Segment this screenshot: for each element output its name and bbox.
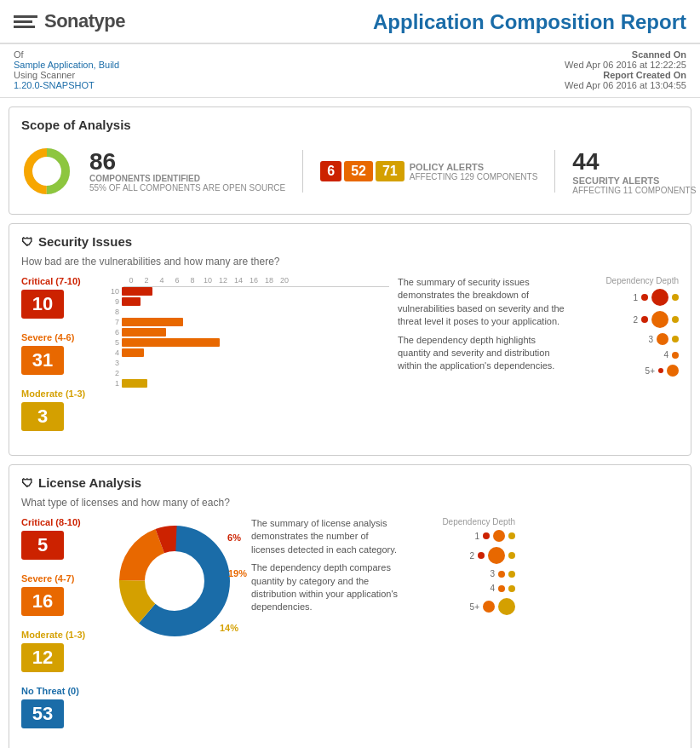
security-count: 44 (572, 148, 696, 175)
severe-badge: 31 (21, 346, 64, 375)
policy-badge-moderate: 71 (376, 161, 405, 181)
created-date-line: Report Created On Wed Apr 06 2016 at 13:… (565, 70, 686, 90)
header: Sonatype Application Composition Report (0, 0, 700, 44)
policy-badge-severe: 52 (344, 161, 373, 181)
license-moderate-badge: 12 (21, 643, 64, 672)
logo-text: Sonatype (44, 10, 125, 32)
dot-yellow-small-l2 (508, 552, 515, 559)
scope-title: Scope of Analysis (21, 118, 679, 132)
dep-row-5: 5+ (577, 365, 679, 377)
components-sublabel: 55% OF ALL COMPONENTS ARE OPEN SOURCE (89, 183, 285, 193)
lic-dep-row-4: 4 (413, 584, 515, 593)
policy-badges: 6 52 71 (320, 161, 405, 181)
dot-orange-med-l5 (483, 601, 495, 613)
policy-sublabel: AFFECTING 129 COMPONENTS (410, 172, 538, 181)
donut-chart (21, 146, 72, 197)
components-info: 86 COMPONENTS IDENTIFIED 55% OF ALL COMP… (89, 150, 285, 193)
dot-yellow-small-1 (672, 294, 679, 301)
meta-left: Of Sample Application, Build Using Scann… (14, 49, 119, 90)
license-labels: Critical (8-10) 5 Severe (4-7) 16 Modera… (21, 517, 98, 742)
license-description: The summary of license analysis demonstr… (251, 517, 405, 614)
security-alerts-scope: 44 SECURITY ALERTS AFFECTING 11 COMPONEN… (572, 148, 696, 195)
components-label: COMPONENTS IDENTIFIED (89, 174, 285, 183)
scanner-line: Using Scanner 1.20.0-SNAPSHOT (14, 70, 119, 90)
dep-row-1: 1 (577, 289, 679, 306)
dot-orange-med-5 (667, 365, 679, 377)
svg-point-7 (149, 555, 200, 607)
dependency-depth-security: Dependency Depth 1 2 3 (577, 276, 679, 445)
license-critical-badge: 5 (21, 531, 64, 560)
dot-yellow-small-l3 (508, 571, 515, 578)
security-description: The summary of security issues demonstra… (398, 276, 568, 445)
dot-red-large-1 (651, 289, 668, 306)
license-nothreat-label: No Threat (0) (21, 686, 98, 696)
lic-dep-row-1: 1 (413, 530, 515, 542)
logo-icon (14, 13, 37, 30)
dot-orange-small-4 (672, 352, 679, 359)
scope-section: Scope of Analysis 86 COMPONENTS IDENTIFI… (9, 106, 691, 215)
page: Sonatype Application Composition Report … (0, 0, 700, 748)
bar-7: 7 (106, 318, 389, 326)
critical-label: Critical (7-10) (21, 276, 98, 286)
bar-6: 6 (106, 328, 389, 337)
lic-dep-row-5: 5+ (413, 598, 515, 615)
moderate-label: Moderate (1-3) (21, 388, 98, 399)
dot-orange-small-l3 (498, 571, 505, 578)
dot-orange-med-l1 (493, 530, 505, 542)
dot-orange-large-l2 (488, 547, 505, 564)
severe-sev: Severe (4-6) 31 (21, 332, 98, 375)
bar-3: 3 (106, 359, 389, 367)
pie-chart: 6% 19% 14% (106, 517, 243, 645)
dot-red-small-2 (641, 316, 648, 323)
security-subtitle: How bad are the vulnerabilities and how … (21, 256, 679, 268)
policy-badge-critical: 6 (320, 161, 341, 181)
license-critical-sev: Critical (8-10) 5 (21, 517, 98, 560)
dot-yellow-small-2 (672, 316, 679, 323)
dot-orange-med-3 (657, 333, 668, 345)
moderate-sev: Moderate (1-3) 3 (21, 388, 98, 431)
bar-5: 5 (106, 338, 389, 347)
dot-red-xs-5 (658, 368, 663, 373)
shield-icon: 🛡 (21, 235, 33, 249)
lic-dep-row-3: 3 (413, 569, 515, 578)
dot-red-small-l1 (483, 532, 490, 539)
meta-right: Scanned On Wed Apr 06 2016 at 12:22:25 R… (565, 49, 686, 90)
scope-row: 86 COMPONENTS IDENTIFIED 55% OF ALL COMP… (21, 139, 679, 204)
license-severe-badge: 16 (21, 587, 64, 616)
lic-dep-row-2: 2 (413, 547, 515, 564)
policy-alert-info: POLICY ALERTS AFFECTING 129 COMPONENTS (410, 162, 538, 181)
dot-orange-large-2 (651, 311, 668, 328)
dep-row-3: 3 (577, 333, 679, 345)
security-label: SECURITY ALERTS (572, 175, 696, 186)
moderate-badge: 3 (21, 402, 64, 431)
severity-labels: Critical (7-10) 10 Severe (4-6) 31 Moder… (21, 276, 98, 445)
dep-depth-title: Dependency Depth (577, 276, 679, 285)
license-severe-label: Severe (4-7) (21, 573, 98, 584)
scanned-date-line: Scanned On Wed Apr 06 2016 at 12:22:25 (565, 49, 686, 70)
bar-4: 4 (106, 348, 389, 357)
shield-icon-license: 🛡 (21, 476, 33, 490)
license-title: 🛡 License Analysis (21, 475, 679, 490)
pie-label-6pct: 6% (227, 532, 241, 543)
license-content: Critical (8-10) 5 Severe (4-7) 16 Modera… (21, 517, 679, 742)
critical-badge: 10 (21, 290, 64, 319)
bar-1: 1 (106, 379, 389, 388)
license-section: 🛡 License Analysis What type of licenses… (9, 464, 691, 748)
app-name-line: Of Sample Application, Build (14, 49, 119, 70)
divider-2 (554, 150, 555, 193)
bar-2: 2 (106, 369, 389, 377)
license-critical-label: Critical (8-10) (21, 517, 98, 527)
dot-red-small-1 (641, 294, 648, 301)
dot-yellow-small-l1 (508, 532, 515, 539)
dot-yellow-small-l4 (508, 585, 515, 592)
security-section: 🛡 Security Issues How bad are the vulner… (9, 223, 691, 456)
dependency-depth-license: Dependency Depth 1 2 3 (413, 517, 515, 620)
logo: Sonatype (14, 10, 125, 32)
dep-row-4: 4 (577, 350, 679, 360)
meta-bar: Of Sample Application, Build Using Scann… (0, 44, 700, 98)
security-content: Critical (7-10) 10 Severe (4-6) 31 Moder… (21, 276, 679, 445)
policy-label: POLICY ALERTS (410, 162, 538, 172)
divider-1 (302, 150, 303, 193)
bar-chart: 0 2 4 6 8 10 12 14 16 18 20 10 (106, 276, 389, 445)
bar-9: 9 (106, 297, 389, 306)
